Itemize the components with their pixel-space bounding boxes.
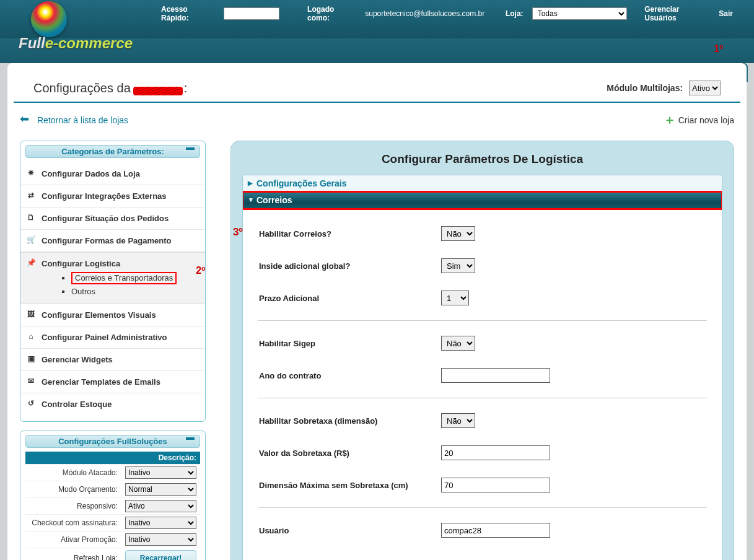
dimensao-max-input[interactable] xyxy=(441,478,550,492)
parameters-panel: Configurar Parâmetros De Logística ▶ Con… xyxy=(230,141,734,560)
annotation-1: 1º xyxy=(714,43,723,55)
fs-orcamento-select[interactable]: Normal xyxy=(125,483,196,496)
gear-icon: ✷ xyxy=(27,168,35,177)
logo: Fulle-commerce xyxy=(19,1,142,56)
fullsolucoes-box-title[interactable]: Configurações FullSoluções xyxy=(25,435,200,448)
file-icon: 🗋 xyxy=(27,213,35,222)
multilojas-group: Módulo Multilojas: Ativo xyxy=(607,81,721,95)
back-arrow-icon[interactable]: ⬅ xyxy=(20,116,33,125)
multilojas-label: Módulo Multilojas: xyxy=(607,83,683,93)
cat-logistica[interactable]: 📌 Configurar Logística Correios e Transp… xyxy=(20,252,205,304)
field-label: Habilitar Sobretaxa (dimensão) xyxy=(249,416,441,426)
field-label: Dimensão Máxima sem Sobretaxa (cm) xyxy=(249,481,441,490)
categories-box-title[interactable]: Categorias de Parâmetros: xyxy=(25,145,200,158)
store-select[interactable]: Todas xyxy=(532,7,628,20)
field-label: Valor da Sobretaxa (R$) xyxy=(249,448,441,458)
usuario-input[interactable] xyxy=(441,523,550,538)
accordion-gerais[interactable]: ▶ Configurações Gerais xyxy=(243,175,722,192)
fs-atacado-select[interactable]: Inativo xyxy=(125,466,196,479)
fs-row-label: Módulo Atacado: xyxy=(25,465,121,481)
inside-adicional-select[interactable]: Sim xyxy=(441,258,475,273)
ano-contrato-input[interactable] xyxy=(441,368,550,383)
accordion-correios[interactable]: ▼ Correios xyxy=(243,192,722,209)
habilitar-sobretaxa-select[interactable]: Não xyxy=(441,413,475,428)
field-label: Usuário xyxy=(249,526,441,535)
logged-as-label: Logado como: xyxy=(307,5,356,22)
cat-templates-emails[interactable]: ✉Gerenciar Templates de Emails xyxy=(20,371,205,393)
create-store-link[interactable]: ＋ Criar nova loja xyxy=(664,112,734,128)
prazo-adicional-select[interactable]: 1 xyxy=(441,291,469,305)
manage-users-link[interactable]: Gerenciar Usuários xyxy=(644,5,710,22)
fs-responsivo-select[interactable]: Ativo xyxy=(125,500,196,512)
refresh-icon: ↺ xyxy=(27,399,35,408)
store-label: Loja: xyxy=(506,9,524,18)
image-icon: 🖼 xyxy=(27,310,35,318)
field-label: Habilitar Sigep xyxy=(249,339,441,348)
cart-icon: 🛒 xyxy=(27,235,35,244)
sub-header: ⬅ Retornar à lista de lojas ＋ Criar nova… xyxy=(20,112,734,128)
logo-text: Fulle-commerce xyxy=(19,35,142,52)
habilitar-correios-select[interactable]: Não xyxy=(441,226,475,241)
plus-icon: ＋ xyxy=(664,112,676,128)
cat-widgets[interactable]: ▣Gerenciar Widgets xyxy=(20,349,205,371)
triangle-down-icon: ▼ xyxy=(248,196,254,203)
redacted-store-name xyxy=(133,87,183,95)
top-bar: Fulle-commerce Acesso Rápido: Logado com… xyxy=(0,0,754,38)
annotation-2: 2º xyxy=(196,265,205,276)
top-utility-row: Acesso Rápido: Logado como: suportetecni… xyxy=(161,5,742,22)
cat-formas-pagamento[interactable]: 🛒Configurar Formas de Pagamento xyxy=(20,230,205,252)
page-header: Configurações da : Módulo Multilojas: At… xyxy=(14,63,740,103)
multilojas-select[interactable]: Ativo xyxy=(689,81,721,95)
fs-refresh-label: Refresh Loja: xyxy=(25,548,121,560)
annotation-3: 3º xyxy=(242,226,243,238)
field-label: Inside adicional global? xyxy=(249,261,441,271)
panel-title: Configurar Parâmetros De Logística xyxy=(242,149,722,175)
back-link[interactable]: Retornar à lista de lojas xyxy=(37,115,128,125)
sub-outros[interactable]: Outros xyxy=(71,286,198,297)
fullsolucoes-box: Configurações FullSoluções Descrição: Mó… xyxy=(20,431,206,560)
sync-icon: ⇄ xyxy=(27,191,35,199)
pin-icon: 📌 xyxy=(27,258,35,267)
categories-box: Categorias de Parâmetros: ✷Configurar Da… xyxy=(20,141,206,422)
fs-row-label: Ativar Promoção: xyxy=(25,532,121,548)
cat-painel-administrativo[interactable]: ⌂Configurar Painel Administrativo xyxy=(20,326,205,349)
logo-ball-icon xyxy=(31,1,67,37)
field-label: Habilitar Correios? xyxy=(249,229,441,238)
cat-dados-loja[interactable]: ✷Configurar Dados da Loja xyxy=(20,163,205,185)
collapse-icon[interactable] xyxy=(186,147,195,150)
logout-link[interactable]: Sair xyxy=(719,9,733,18)
quick-access-label: Acesso Rápido: xyxy=(161,5,215,22)
fs-desc-header: Descrição: xyxy=(25,452,200,465)
valor-sobretaxa-input[interactable] xyxy=(441,445,550,460)
mail-icon: ✉ xyxy=(27,377,35,385)
quick-access-input[interactable] xyxy=(224,7,279,20)
logged-as-user: suportetecnico@fullsolucoes.com.br xyxy=(365,9,484,18)
cat-estoque[interactable]: ↺Controlar Estoque xyxy=(20,393,205,415)
cat-elementos-visuais[interactable]: 🖼Configurar Elementos Visuais xyxy=(20,304,205,326)
widget-icon: ▣ xyxy=(27,354,35,363)
fs-row-label: Modo Orçamento: xyxy=(25,481,121,498)
fs-checkout-select[interactable]: Inativo xyxy=(125,517,196,529)
fs-row-label: Responsivo: xyxy=(25,498,121,515)
field-label: Ano do contrato xyxy=(249,371,441,380)
accordion-body-correios: 3º Habilitar Correios? Não Inside adicio… xyxy=(243,209,722,560)
collapse-icon[interactable] xyxy=(186,437,195,440)
page-title-prefix: Configurações da xyxy=(33,81,131,95)
recarregar-button[interactable]: Recarregar! xyxy=(125,550,196,560)
sub-correios-transportadoras[interactable]: Correios e Transportadoras xyxy=(71,271,198,286)
page-title-suffix: : xyxy=(184,81,188,95)
cat-integracoes[interactable]: ⇄Configurar Integrações Externas xyxy=(20,185,205,208)
fs-promocao-select[interactable]: Inativo xyxy=(125,533,196,546)
fs-row-label: Checkout com assinatura: xyxy=(25,515,121,532)
home-icon: ⌂ xyxy=(27,332,35,341)
field-label: Prazo Adicional xyxy=(249,294,441,303)
main-panel: Configurações da : Módulo Multilojas: At… xyxy=(7,63,747,560)
cat-situacao-pedidos[interactable]: 🗋Configurar Situação dos Pedidos xyxy=(20,208,205,230)
habilitar-sigep-select[interactable]: Não xyxy=(441,336,475,351)
triangle-right-icon: ▶ xyxy=(248,180,253,186)
